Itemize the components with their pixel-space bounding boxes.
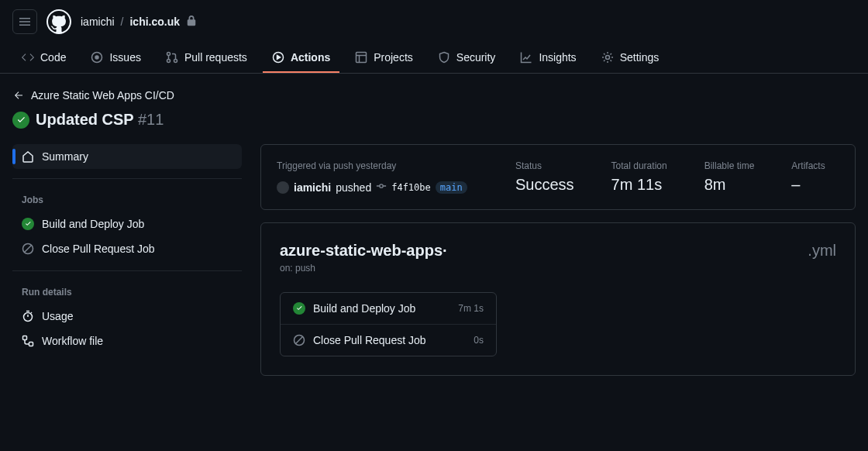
run-status-success-icon: [12, 112, 29, 129]
jobs-heading: Jobs: [12, 188, 242, 212]
svg-point-12: [380, 184, 383, 188]
gear-icon: [601, 51, 614, 64]
issues-icon: [91, 51, 103, 64]
tab-issues[interactable]: Issues: [81, 43, 150, 73]
tab-insights[interactable]: Insights: [511, 43, 585, 73]
owner-link[interactable]: iamichi: [81, 15, 115, 28]
tab-code[interactable]: Code: [12, 43, 75, 73]
sidebar-summary[interactable]: Summary: [12, 144, 242, 169]
branch-badge[interactable]: main: [436, 181, 467, 194]
graph-icon: [520, 51, 532, 64]
breadcrumb-separator: /: [121, 15, 124, 28]
arrow-left-icon: [12, 89, 25, 102]
github-logo[interactable]: [46, 9, 71, 34]
sidebar-job-0[interactable]: Build and Deploy Job: [12, 212, 242, 236]
workflow-card: azure-static-web-apps· .yml on: push Bui…: [260, 222, 856, 376]
avatar: [277, 181, 289, 194]
pull-request-icon: [166, 51, 178, 64]
commit-hash[interactable]: f4f10be: [391, 182, 431, 193]
svg-point-7: [605, 56, 609, 60]
duration-label: Total duration: [611, 160, 667, 171]
triggered-label: Triggered via push yesterday: [277, 160, 478, 171]
svg-rect-10: [23, 336, 27, 340]
job-duration: 0s: [474, 335, 484, 346]
sidebar-usage[interactable]: Usage: [12, 304, 242, 329]
shield-icon: [438, 51, 450, 64]
hamburger-icon: [19, 15, 31, 28]
workflow-title: azure-static-web-apps· .yml: [280, 242, 836, 260]
tab-actions[interactable]: Actions: [263, 43, 339, 73]
status-value: Success: [515, 176, 574, 194]
svg-rect-11: [29, 343, 33, 346]
job-row-1[interactable]: Close Pull Request Job 0s: [281, 324, 496, 356]
tab-security[interactable]: Security: [429, 43, 505, 73]
actions-icon: [272, 51, 284, 64]
duration-value[interactable]: 7m 11s: [611, 176, 667, 194]
tab-settings[interactable]: Settings: [592, 43, 669, 73]
billable-value[interactable]: 8m: [704, 176, 755, 194]
tab-pulls[interactable]: Pull requests: [157, 43, 257, 73]
tab-projects[interactable]: Projects: [346, 43, 422, 73]
run-summary-card: Triggered via push yesterday iamichi pus…: [260, 144, 856, 210]
stopwatch-icon: [22, 310, 34, 322]
artifacts-value: –: [791, 176, 825, 194]
skip-icon: [293, 334, 305, 346]
svg-rect-6: [356, 53, 367, 63]
github-icon: [48, 11, 70, 33]
workflow-on: on: push: [280, 263, 836, 274]
svg-point-3: [167, 60, 170, 63]
check-icon: [293, 302, 305, 315]
projects-icon: [355, 51, 367, 64]
run-title: Updated CSP #11: [36, 111, 164, 129]
run-number: #11: [138, 111, 164, 128]
svg-point-4: [174, 60, 177, 63]
job-duration: 7m 1s: [458, 303, 484, 314]
sidebar-job-1[interactable]: Close Pull Request Job: [12, 236, 242, 261]
artifacts-label: Artifacts: [791, 160, 825, 171]
workflow-back-link[interactable]: Azure Static Web Apps CI/CD: [12, 89, 856, 102]
sidebar-workflow-file[interactable]: Workflow file: [12, 329, 242, 353]
code-icon: [22, 51, 34, 64]
skip-icon: [22, 243, 34, 255]
repo-link[interactable]: ichi.co.uk: [129, 15, 180, 28]
svg-point-2: [167, 53, 170, 56]
trigger-action: pushed: [336, 181, 371, 194]
check-icon: [22, 218, 34, 230]
breadcrumb: iamichi / ichi.co.uk: [81, 15, 197, 29]
run-details-heading: Run details: [12, 281, 242, 304]
billable-label: Billable time: [704, 160, 755, 171]
job-graph: Build and Deploy Job 7m 1s Close Pull Re…: [280, 292, 497, 356]
commit-icon: [376, 181, 387, 194]
home-icon: [22, 150, 34, 163]
lock-icon: [186, 15, 197, 29]
status-label: Status: [515, 160, 574, 171]
svg-point-1: [95, 56, 98, 59]
job-row-0[interactable]: Build and Deploy Job 7m 1s: [281, 293, 496, 324]
workflow-icon: [22, 335, 34, 347]
menu-button[interactable]: [12, 9, 37, 34]
trigger-user[interactable]: iamichi: [294, 181, 331, 194]
